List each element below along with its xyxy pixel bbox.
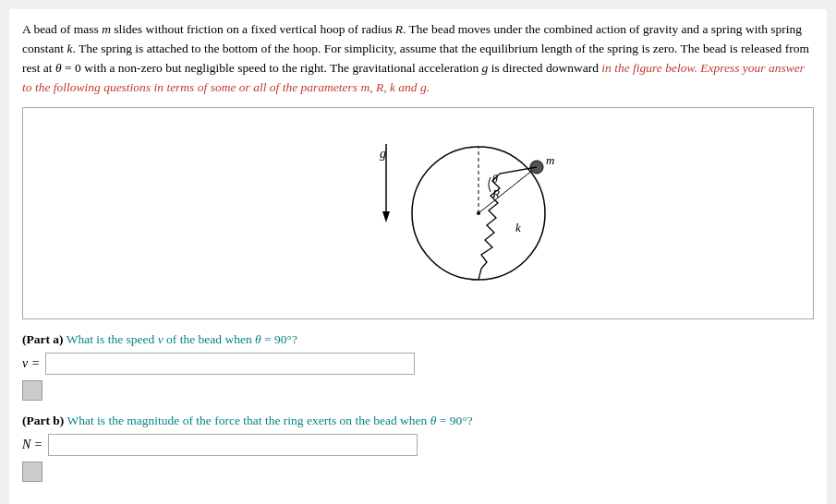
part-b-submit-button[interactable] <box>22 462 42 482</box>
part-a-question: What is the speed v of the bead when θ =… <box>67 332 297 346</box>
part-b-bold: (Part b) <box>22 414 64 427</box>
diagram-box: g R m θ <box>22 107 814 319</box>
part-a-bold: (Part a) <box>22 332 64 346</box>
part-b-question: What is the magnitude of the force that … <box>67 414 473 427</box>
svg-text:g: g <box>380 147 386 161</box>
part-b-input[interactable] <box>48 434 418 456</box>
part-a-label: (Part a) What is the speed v of the bead… <box>22 332 814 347</box>
problem-sentence2: with spring constant k. The spring is at… <box>22 22 809 94</box>
part-b-answer-label: N = <box>22 438 42 452</box>
problem-text: A bead of mass m slides without friction… <box>22 20 814 98</box>
part-b-answer-row: N = <box>22 434 814 456</box>
svg-text:m: m <box>546 153 554 167</box>
var-R: R <box>395 22 403 36</box>
var-m: m <box>102 22 111 36</box>
svg-line-5 <box>479 170 533 213</box>
part-a-submit-button[interactable] <box>22 380 42 401</box>
highlight-text: in the figure below. Express your answer… <box>22 61 805 94</box>
svg-marker-1 <box>382 211 390 222</box>
part-a-input[interactable] <box>45 353 415 375</box>
part-b-label: (Part b) What is the magnitude of the fo… <box>22 414 814 428</box>
part-a-answer-label: v = <box>22 356 40 371</box>
page: A bead of mass m slides without friction… <box>9 9 827 504</box>
diagram-svg: g R m θ <box>243 116 594 310</box>
svg-text:k: k <box>515 221 521 234</box>
part-a-answer-row: v = <box>22 353 814 375</box>
